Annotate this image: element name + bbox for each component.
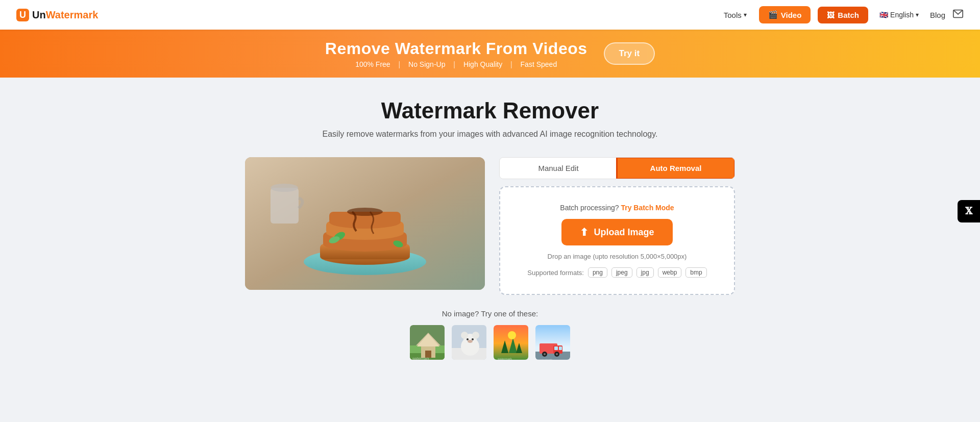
logo-icon: U: [16, 9, 29, 21]
tool-area: Manual Edit Auto Removal Batch processin…: [245, 157, 735, 295]
tools-menu[interactable]: Tools ▾: [719, 8, 752, 22]
format-bmp: bmp: [685, 267, 706, 278]
logo-text: UnWatermark: [32, 9, 98, 21]
batch-button[interactable]: 🖼 Batch: [818, 7, 868, 23]
upload-image-button[interactable]: ⬆ Upload Image: [561, 219, 672, 245]
tab-auto-removal[interactable]: Auto Removal: [617, 158, 734, 179]
svg-point-34: [472, 338, 474, 340]
svg-point-13: [347, 208, 383, 216]
try-batch-link[interactable]: Try Batch Mode: [621, 204, 674, 212]
svg-point-51: [556, 353, 558, 355]
main-content: Watermark Remover Easily remove watermar…: [0, 78, 980, 381]
video-button[interactable]: 🎬 Video: [759, 6, 811, 23]
blog-link[interactable]: Blog: [930, 11, 945, 19]
svg-point-32: [472, 332, 479, 339]
sample-bear[interactable]: [451, 324, 487, 361]
svg-rect-47: [559, 346, 562, 350]
preview-svg: [245, 157, 485, 290]
video-icon: 🎬: [768, 10, 778, 19]
mail-icon[interactable]: [952, 8, 964, 21]
svg-point-40: [508, 331, 516, 339]
navbar: U UnWatermark Tools ▾ 🎬 Video 🖼 Batch 🇬🇧…: [0, 0, 980, 30]
right-panel: Manual Edit Auto Removal Batch processin…: [485, 157, 735, 295]
x-icon: 𝕏: [965, 206, 972, 217]
format-jpeg: jpeg: [611, 267, 632, 278]
samples-section: No image? Try one of these: watermark: [409, 309, 571, 361]
chevron-down-icon: ▾: [744, 11, 747, 18]
try-it-button[interactable]: Try it: [604, 42, 655, 65]
image-preview: [245, 157, 485, 290]
format-jpg: jpg: [636, 267, 654, 278]
chevron-down-icon: ▾: [916, 11, 919, 18]
svg-point-18: [271, 184, 298, 192]
svg-point-49: [544, 353, 546, 355]
sample-street[interactable]: watermark: [534, 324, 571, 361]
x-social-button[interactable]: 𝕏: [958, 200, 980, 222]
language-selector[interactable]: 🇬🇧 English ▾: [875, 8, 923, 22]
svg-text:watermark: watermark: [537, 358, 553, 361]
svg-text:watermark: watermark: [412, 357, 429, 360]
format-png: png: [588, 267, 607, 278]
preview-image: [245, 157, 485, 290]
batch-hint: Batch processing? Try Batch Mode: [560, 204, 674, 212]
sample-sunset[interactable]: watermark: [493, 324, 529, 361]
svg-text:watermark: watermark: [497, 357, 512, 360]
tab-manual-edit[interactable]: Manual Edit: [500, 158, 617, 179]
svg-rect-46: [554, 346, 558, 350]
batch-icon: 🖼: [827, 11, 835, 19]
promo-banner: Remove Watermark From Videos 100% Free |…: [0, 30, 980, 78]
svg-point-31: [461, 332, 468, 339]
tools-label: Tools: [724, 11, 742, 19]
logo[interactable]: U UnWatermark: [16, 9, 98, 21]
format-row: Supported formats: png jpeg jpg webp bmp: [527, 267, 706, 278]
drop-hint: Drop an image (upto resolution 5,000×5,0…: [548, 253, 687, 260]
flag-icon: 🇬🇧: [879, 11, 888, 19]
svg-rect-36: [494, 325, 529, 361]
nav-right: Tools ▾ 🎬 Video 🖼 Batch 🇬🇧 English ▾ Blo…: [719, 6, 964, 23]
svg-point-35: [468, 340, 473, 343]
format-webp: webp: [658, 267, 682, 278]
banner-text: Remove Watermark From Videos 100% Free |…: [325, 39, 587, 68]
samples-row: watermark: [409, 324, 571, 361]
banner-title: Remove Watermark From Videos: [325, 39, 587, 58]
svg-point-33: [467, 338, 469, 340]
drop-zone: Batch processing? Try Batch Mode ⬆ Uploa…: [499, 186, 735, 295]
upload-icon: ⬆: [580, 226, 589, 238]
page-subtitle: Easily remove watermarks from your image…: [323, 130, 658, 139]
page-title: Watermark Remover: [381, 98, 599, 123]
svg-rect-17: [271, 188, 299, 224]
tabs: Manual Edit Auto Removal: [499, 157, 735, 179]
banner-subtitle: 100% Free | No Sign-Up | High Quality | …: [325, 60, 587, 68]
sample-house[interactable]: watermark: [409, 324, 446, 361]
samples-label: No image? Try one of these:: [409, 309, 571, 318]
